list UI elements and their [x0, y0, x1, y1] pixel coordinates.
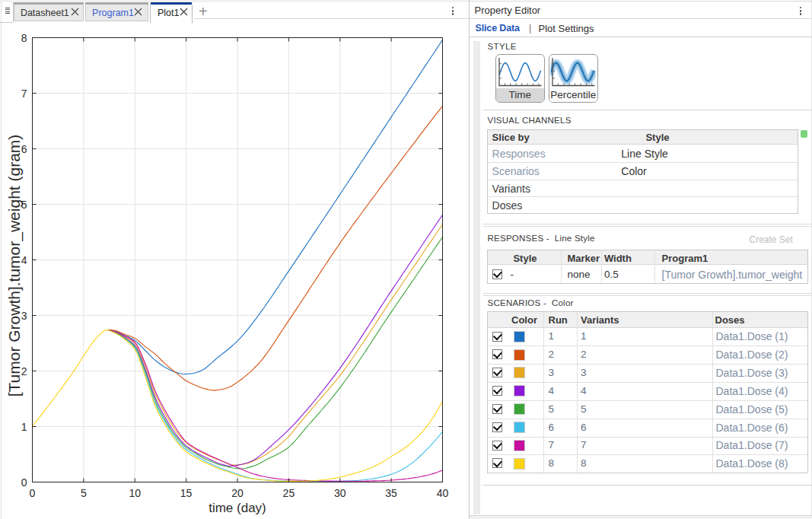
svg-text:15: 15	[180, 487, 193, 499]
svg-text:[Tumor Growth].tumor_weight (g: [Tumor Growth].tumor_weight (gram)	[5, 135, 24, 397]
svg-text:7: 7	[21, 88, 27, 100]
svg-text:8: 8	[21, 32, 27, 44]
svg-text:40: 40	[437, 487, 449, 499]
svg-text:30: 30	[334, 487, 346, 499]
svg-text:20: 20	[231, 487, 244, 499]
svg-text:35: 35	[385, 487, 397, 499]
svg-text:1: 1	[21, 421, 27, 433]
svg-text:5: 5	[81, 487, 87, 499]
svg-text:10: 10	[129, 487, 141, 499]
svg-text:0: 0	[30, 487, 36, 499]
svg-text:0: 0	[21, 476, 27, 489]
svg-text:time (day): time (day)	[209, 501, 266, 515]
svg-text:25: 25	[283, 487, 295, 499]
